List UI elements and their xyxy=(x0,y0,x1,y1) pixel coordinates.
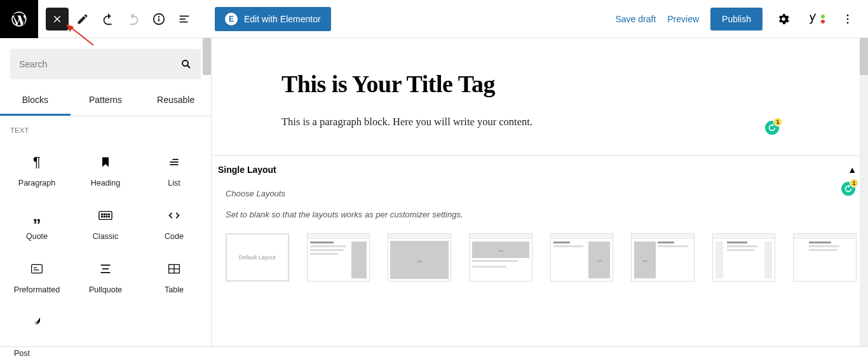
post-title[interactable]: This is Your Title Tag xyxy=(212,70,868,98)
block-classic[interactable]: Classic xyxy=(71,198,140,251)
layout-option-4[interactable] xyxy=(469,233,532,282)
layout-options: Default Layout xyxy=(226,233,857,282)
layout-help-text: Set to blank so that the layouts works a… xyxy=(226,210,857,219)
settings-toggle[interactable] xyxy=(774,10,793,29)
svg-point-2 xyxy=(159,16,159,17)
block-table[interactable]: Table xyxy=(140,251,208,304)
heading-icon xyxy=(99,154,112,170)
block-paragraph[interactable]: ¶ Paragraph xyxy=(3,144,71,198)
elementor-label: Edit with Elementor xyxy=(244,14,321,24)
block-quote[interactable]: „ Quote xyxy=(3,198,71,251)
svg-point-18 xyxy=(109,214,110,215)
svg-point-6 xyxy=(847,14,849,16)
preview-button[interactable]: Preview xyxy=(667,14,699,24)
save-draft-button[interactable]: Save draft xyxy=(615,14,656,24)
breadcrumb-item[interactable]: Post xyxy=(14,349,30,358)
sidebar-scrollbar-thumb[interactable] xyxy=(203,38,211,75)
close-inserter-button[interactable] xyxy=(46,8,69,31)
svg-point-20 xyxy=(104,216,105,217)
yoast-button[interactable] xyxy=(804,10,827,29)
outline-button[interactable] xyxy=(173,8,196,31)
block-list[interactable]: List xyxy=(140,144,208,198)
edit-with-elementor-button[interactable]: E Edit with Elementor xyxy=(215,7,331,31)
inserter-tabs: Blocks Patterns Reusable xyxy=(0,86,211,116)
close-icon xyxy=(51,13,63,25)
block-grid: ¶ Paragraph Heading List „ Quote Classic xyxy=(0,140,211,344)
section-text-label: TEXT xyxy=(0,116,211,140)
editor-toolbar-right: Save draft Preview Publish xyxy=(615,8,868,31)
block-heading[interactable]: Heading xyxy=(71,144,140,198)
footer-breadcrumb: Post xyxy=(0,346,868,361)
layout-default[interactable]: Default Layout xyxy=(226,233,289,282)
more-options-button[interactable] xyxy=(839,10,857,28)
grammarly-count: 1 xyxy=(773,118,782,126)
wordpress-icon xyxy=(10,10,28,28)
block-inserter-panel: Blocks Patterns Reusable TEXT ¶ Paragrap… xyxy=(0,38,211,346)
single-layout-heading: Single Layout xyxy=(218,165,276,175)
svg-point-16 xyxy=(104,214,105,215)
svg-point-21 xyxy=(106,216,107,217)
details-button[interactable] xyxy=(147,8,170,31)
chevron-up-icon: ▲ xyxy=(848,165,857,175)
single-layout-toggle[interactable]: Single Layout ▲ xyxy=(212,156,868,184)
list-view-icon xyxy=(177,12,191,26)
block-search-wrap xyxy=(10,49,201,79)
info-icon xyxy=(152,12,166,26)
code-icon xyxy=(167,208,181,223)
paragraph-icon: ¶ xyxy=(33,154,41,170)
layout-option-8[interactable] xyxy=(793,233,857,282)
gear-icon xyxy=(776,12,790,26)
layout-option-2[interactable] xyxy=(307,233,370,282)
redo-icon xyxy=(126,12,140,26)
content-scrollbar-thumb[interactable] xyxy=(860,38,868,75)
grammarly-badge-paragraph[interactable]: 1 xyxy=(841,182,855,196)
layout-option-5[interactable] xyxy=(550,233,614,282)
single-layout-panel: Single Layout ▲ Choose Layouts Set to bl… xyxy=(212,155,868,282)
svg-point-15 xyxy=(102,214,103,215)
layout-option-3[interactable] xyxy=(388,233,451,282)
svg-rect-14 xyxy=(99,212,112,220)
svg-point-8 xyxy=(847,22,849,24)
editor-toolbar-left xyxy=(38,8,203,31)
undo-icon xyxy=(101,12,115,26)
tab-blocks[interactable]: Blocks xyxy=(0,86,71,116)
svg-point-22 xyxy=(109,216,110,217)
svg-point-9 xyxy=(182,60,188,66)
block-search-input[interactable] xyxy=(19,59,180,69)
grammarly-badge-title[interactable]: 1 xyxy=(765,121,779,135)
kebab-icon xyxy=(841,13,854,25)
main-layout: Blocks Patterns Reusable TEXT ¶ Paragrap… xyxy=(0,38,868,346)
undo-button[interactable] xyxy=(97,8,119,31)
search-icon xyxy=(180,58,192,70)
block-pullquote[interactable]: Pullquote xyxy=(71,251,140,304)
yoast-icon xyxy=(807,12,820,26)
list-icon xyxy=(168,154,180,170)
publish-button[interactable]: Publish xyxy=(710,8,763,31)
pullquote-icon xyxy=(99,261,112,276)
layout-option-6[interactable] xyxy=(631,233,695,282)
svg-line-10 xyxy=(187,65,190,68)
yoast-dot-red xyxy=(821,20,825,24)
editor-top-bar: E Edit with Elementor Save draft Preview… xyxy=(0,0,868,38)
svg-rect-23 xyxy=(32,264,43,273)
tab-patterns[interactable]: Patterns xyxy=(71,86,141,116)
wordpress-logo[interactable] xyxy=(0,0,38,38)
svg-point-17 xyxy=(106,214,107,215)
classic-icon xyxy=(98,208,112,223)
svg-point-7 xyxy=(847,18,849,20)
layout-option-7[interactable] xyxy=(712,233,776,282)
quote-icon: „ xyxy=(33,208,41,223)
redo-button[interactable] xyxy=(122,8,145,31)
tab-reusable[interactable]: Reusable xyxy=(140,86,211,116)
block-verse-partial[interactable] xyxy=(3,304,71,340)
preformatted-icon xyxy=(31,261,43,276)
editor-canvas: This is Your Title Tag This is a paragra… xyxy=(211,38,868,346)
block-preformatted[interactable]: Preformatted xyxy=(3,251,71,304)
yoast-dot-green xyxy=(821,15,825,18)
block-code[interactable]: Code xyxy=(140,198,208,251)
pencil-icon xyxy=(76,13,89,25)
content-scrollbar-track[interactable] xyxy=(860,38,868,346)
choose-layouts-label: Choose Layouts xyxy=(226,189,857,198)
tools-edit-button[interactable] xyxy=(71,8,94,31)
elementor-icon: E xyxy=(225,13,238,25)
